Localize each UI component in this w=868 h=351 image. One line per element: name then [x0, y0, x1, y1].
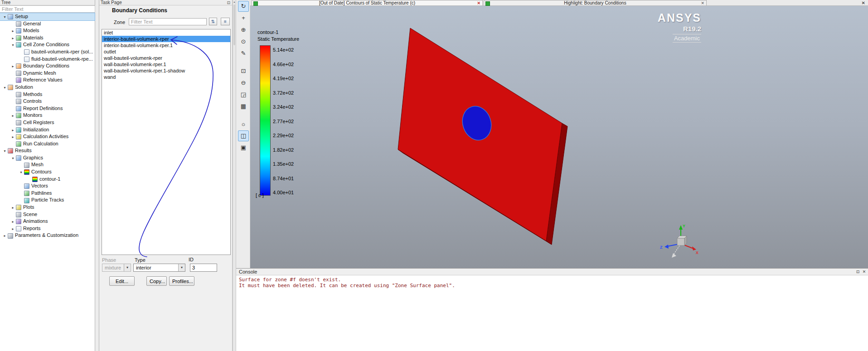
tree-item-plots[interactable]: ▸Plots: [0, 204, 95, 211]
resize-view-icon[interactable]: ◲: [238, 89, 249, 100]
zone-item-inlet[interactable]: inlet: [102, 29, 230, 36]
expand-arrow-icon[interactable]: ▸: [10, 112, 16, 120]
tree-item-contour-1[interactable]: contour-1: [0, 176, 95, 183]
tree-item-controls[interactable]: Controls: [0, 98, 95, 105]
zone-sort-button[interactable]: ⇅: [209, 18, 217, 25]
tree-item-label: Materials: [23, 35, 44, 40]
zoom-fit-icon[interactable]: ⊡: [238, 66, 249, 77]
expand-arrow-icon[interactable]: ▸: [10, 204, 16, 212]
tree-item-methods[interactable]: Methods: [0, 91, 95, 98]
tree-item-dynamic-mesh[interactable]: Dynamic Mesh: [0, 70, 95, 77]
results-icon: [8, 148, 13, 154]
headlight-icon[interactable]: ☼: [238, 119, 249, 130]
expand-arrow-icon[interactable]: ▸: [10, 28, 16, 35]
tree-item-fluid-bauteil-volumenk-rpe[interactable]: fluid-bauteil-volumenk-rpe...: [0, 56, 95, 63]
mesh-icon: [24, 163, 29, 168]
collapse-arrow-icon[interactable]: ▾: [10, 155, 16, 162]
id-input[interactable]: [190, 264, 217, 272]
expand-arrow-icon[interactable]: ▸: [10, 226, 16, 233]
tree-item-initialization[interactable]: ▸Initialization: [0, 126, 95, 134]
zone-item-wall-bauteil-volumenk-rper-1-shadow[interactable]: wall-bauteil-volumenk-rper.1-shadow: [102, 67, 230, 74]
console-output[interactable]: Surface for zone #f doesn't exist.It mus…: [236, 275, 868, 351]
tree-item-cell-zone-conditions[interactable]: ▾Cell Zone Conditions: [0, 41, 95, 48]
tree-item-results[interactable]: ▾Results: [0, 147, 95, 154]
tree-item-reference-values[interactable]: Reference Values: [0, 77, 95, 84]
tree-item-general[interactable]: General: [0, 20, 95, 28]
tree-item-parameters-customization[interactable]: ▸Parameters & Customization: [0, 232, 95, 239]
tree-item-scene[interactable]: Scene: [0, 211, 95, 218]
type-dropdown[interactable]: interior ▾: [133, 264, 185, 272]
expand-arrow-icon[interactable]: ▸: [10, 127, 16, 134]
collapse-arrow-icon[interactable]: ▾: [2, 14, 8, 21]
collapse-arrow-icon[interactable]: ▾: [2, 148, 8, 155]
tree-item-materials[interactable]: ▸Materials: [0, 34, 95, 42]
tree-item-models[interactable]: ▸Models: [0, 27, 95, 34]
expand-arrow-icon[interactable]: ▸: [10, 63, 16, 70]
copy-button[interactable]: Copy...: [146, 276, 167, 286]
copy-view-icon[interactable]: ▣: [238, 142, 249, 153]
tree-item-pathlines[interactable]: Pathlines: [0, 190, 95, 197]
tree-item-reports[interactable]: ▸Reports: [0, 225, 95, 232]
close-icon[interactable]: ✕: [862, 0, 865, 6]
rotate-view-icon[interactable]: ↻: [238, 1, 249, 12]
tree-item-bauteil-volumenk-rper-sol[interactable]: bauteil-volumenk-rper (sol...: [0, 48, 95, 56]
collapse-arrow-icon[interactable]: ▾: [18, 169, 24, 176]
profiles-button[interactable]: Profiles...: [169, 276, 194, 286]
tree-item-solution[interactable]: ▾Solution: [0, 84, 95, 91]
tree-item-boundary-conditions[interactable]: ▸Boundary Conditions: [0, 63, 95, 70]
tree-item-monitors[interactable]: ▸Monitors: [0, 112, 95, 119]
collapse-arrow-icon[interactable]: ▾: [10, 42, 16, 49]
zone-item-interior-bauteil-volumenk-rper[interactable]: interior-bauteil-volumenk-rper: [102, 36, 230, 42]
tree-item-contours[interactable]: ▾Contours: [0, 168, 95, 176]
float-pane-icon[interactable]: ⊡: [227, 0, 230, 5]
close-tab-icon[interactable]: ✕: [477, 0, 480, 6]
edit-button[interactable]: Edit...: [109, 276, 135, 286]
z-axis-label: Z: [660, 245, 663, 250]
probe-icon[interactable]: ✎: [238, 48, 249, 59]
tree-item-report-definitions[interactable]: Report Definitions: [0, 105, 95, 112]
tree-item-mesh[interactable]: Mesh: [0, 161, 95, 168]
zone-listbox[interactable]: inletinterior-bauteil-volumenk-rperinter…: [102, 29, 231, 255]
tree-item-setup[interactable]: ▾Setup: [0, 13, 95, 20]
tree-item-cell-registers[interactable]: Cell Registers: [0, 119, 95, 126]
restore-pane-icon[interactable]: ⊡: [855, 269, 861, 275]
tree-item-calculation-activities[interactable]: ▸Calculation Activities: [0, 133, 95, 140]
collapse-arrow-icon[interactable]: ▾: [2, 84, 8, 91]
tree-item-graphics[interactable]: ▾Graphics: [0, 154, 95, 162]
scroll-up-icon[interactable]: ▲: [233, 0, 236, 3]
scrollbar-thumb[interactable]: [233, 5, 235, 45]
tree-item-vectors[interactable]: Vectors: [0, 183, 95, 190]
zoom-window-icon[interactable]: ⊙: [238, 36, 249, 47]
tree-filter-input[interactable]: [0, 5, 95, 13]
solution-icon: [8, 85, 13, 90]
zone-item-wand[interactable]: wand: [102, 74, 230, 80]
expand-arrow-icon[interactable]: ▸: [10, 218, 16, 226]
zone-display-options-button[interactable]: ≡: [221, 18, 230, 25]
report-definitions-icon: [16, 106, 21, 111]
tab-highlight-boundary-conditions[interactable]: Highlight: Boundary Conditions ✕: [484, 0, 707, 5]
zoom-in-box-icon[interactable]: ⊕: [238, 24, 249, 35]
zone-filter-input[interactable]: [129, 18, 207, 25]
tree-item-label: Monitors: [23, 112, 42, 118]
zone-item-interior-bauteil-volumenk-rper-1[interactable]: interior-bauteil-volumenk-rper.1: [102, 42, 230, 48]
snap-grid-icon[interactable]: ▦: [238, 101, 249, 112]
zone-item-wall-bauteil-volumenk-rper[interactable]: wall-bauteil-volumenk-rper: [102, 55, 230, 61]
tree-item-particle-tracks[interactable]: Particle Tracks: [0, 197, 95, 204]
tree-item-run-calculation[interactable]: Run Calculation: [0, 140, 95, 148]
close-pane-icon[interactable]: ✕: [861, 269, 867, 275]
task-page-scrollbar[interactable]: ▲: [233, 0, 236, 351]
general-icon: [16, 21, 21, 27]
view-panel-icon[interactable]: ◫: [238, 130, 249, 141]
zoom-out-icon[interactable]: ⊖: [238, 77, 249, 88]
expand-arrow-icon[interactable]: ▸: [10, 134, 16, 141]
close-tab-icon[interactable]: ✕: [701, 0, 704, 6]
pan-icon[interactable]: +: [238, 13, 249, 24]
expand-arrow-icon[interactable]: ▸: [2, 232, 8, 240]
phase-dropdown[interactable]: mixture ▾: [102, 264, 131, 272]
zone-item-outlet[interactable]: outlet: [102, 48, 230, 55]
tab-contours[interactable]: [Out of Date] Contours of Static Tempera…: [252, 0, 483, 5]
zone-item-wall-bauteil-volumenk-rper-1[interactable]: wall-bauteil-volumenk-rper.1: [102, 61, 230, 67]
graphics-viewport[interactable]: contour-1 Static Temperature 5.14e+024.6…: [250, 6, 868, 268]
tree-item-animations[interactable]: ▸Animations: [0, 218, 95, 225]
expand-arrow-icon[interactable]: ▸: [10, 35, 16, 42]
